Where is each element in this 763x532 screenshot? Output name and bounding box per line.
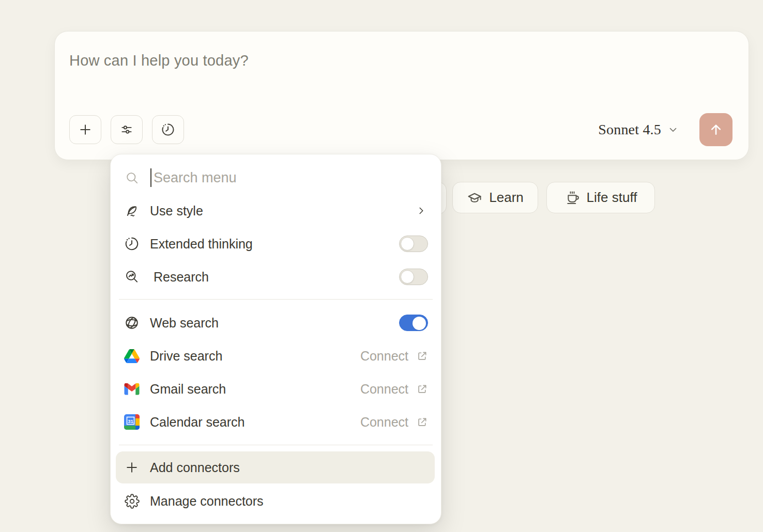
globe-icon — [124, 315, 140, 331]
menu-item-use-style[interactable]: Use style — [111, 194, 441, 227]
extended-thinking-button[interactable] — [152, 115, 184, 144]
tools-menu-button[interactable] — [111, 115, 143, 144]
drive-search-label: Drive search — [150, 349, 222, 364]
clock-dashed-icon — [161, 122, 175, 137]
extended-thinking-toggle[interactable] — [399, 236, 428, 252]
research-toggle[interactable] — [399, 269, 428, 285]
menu-item-manage-connectors[interactable]: Manage connectors — [111, 484, 441, 518]
life-stuff-button[interactable]: Life stuff — [546, 182, 655, 213]
learn-button[interactable]: Learn — [452, 182, 538, 213]
life-stuff-label: Life stuff — [587, 190, 637, 206]
gmail-connect-link[interactable]: Connect — [360, 382, 408, 397]
web-search-toggle[interactable] — [399, 315, 428, 331]
external-link-icon[interactable] — [416, 350, 428, 362]
menu-item-web-search[interactable]: Web search — [111, 306, 441, 339]
use-style-label: Use style — [150, 204, 203, 218]
learn-label: Learn — [489, 190, 524, 206]
gmail-search-label: Gmail search — [150, 382, 226, 397]
magnifier-trend-icon — [124, 269, 140, 285]
send-button[interactable] — [699, 113, 733, 146]
google-drive-icon — [124, 348, 140, 364]
menu-item-research[interactable]: Research — [111, 260, 441, 293]
menu-search-field[interactable]: Search menu — [111, 164, 441, 192]
menu-divider — [119, 445, 433, 445]
gear-icon — [124, 493, 140, 509]
google-calendar-icon: 31 — [124, 414, 140, 430]
calendar-connect-link[interactable]: Connect — [360, 415, 408, 430]
svg-text:31: 31 — [128, 418, 133, 424]
composer-input[interactable]: How can I help you today? — [69, 52, 249, 69]
research-label: Research — [154, 270, 209, 285]
menu-divider — [119, 299, 433, 300]
plus-icon — [78, 122, 93, 137]
composer-card: How can I help you today? Sonnet 4.5 — [54, 31, 749, 160]
model-label: Sonnet 4.5 — [598, 121, 661, 138]
search-icon — [125, 171, 139, 185]
calendar-search-label: Calendar search — [150, 415, 245, 430]
menu-item-add-connectors[interactable]: Add connectors — [116, 451, 435, 483]
clock-dashed-icon — [124, 236, 140, 252]
model-selector[interactable]: Sonnet 4.5 — [598, 113, 679, 146]
claude-home-screen: How can I help you today? Sonnet 4.5 — [0, 0, 763, 532]
menu-search-placeholder: Search menu — [154, 170, 237, 186]
attach-button[interactable] — [69, 115, 101, 144]
web-search-label: Web search — [150, 316, 219, 331]
external-link-icon[interactable] — [416, 416, 428, 428]
chevron-down-icon — [667, 124, 679, 135]
gmail-icon — [124, 381, 140, 397]
arrow-up-icon — [708, 122, 724, 137]
chevron-right-icon — [416, 205, 427, 216]
drive-connect-link[interactable]: Connect — [360, 349, 408, 364]
menu-item-extended-thinking[interactable]: Extended thinking — [111, 227, 441, 260]
feather-icon — [124, 203, 140, 218]
extended-thinking-label: Extended thinking — [150, 237, 253, 252]
menu-item-drive-search[interactable]: Drive search Connect — [111, 339, 441, 372]
menu-item-calendar-search[interactable]: 31 Calendar search Connect — [111, 405, 441, 439]
external-link-icon[interactable] — [416, 383, 428, 395]
menu-item-gmail-search[interactable]: Gmail search Connect — [111, 372, 441, 405]
coffee-cup-icon — [564, 190, 580, 206]
tools-menu: Search menu Use style Extended thinking — [110, 154, 441, 524]
text-caret — [150, 168, 151, 187]
plus-icon — [124, 460, 140, 475]
sliders-icon — [120, 123, 133, 136]
add-connectors-label: Add connectors — [150, 460, 240, 475]
manage-connectors-label: Manage connectors — [150, 494, 264, 509]
graduation-cap-icon — [467, 190, 482, 206]
composer-toolbar — [69, 115, 184, 144]
